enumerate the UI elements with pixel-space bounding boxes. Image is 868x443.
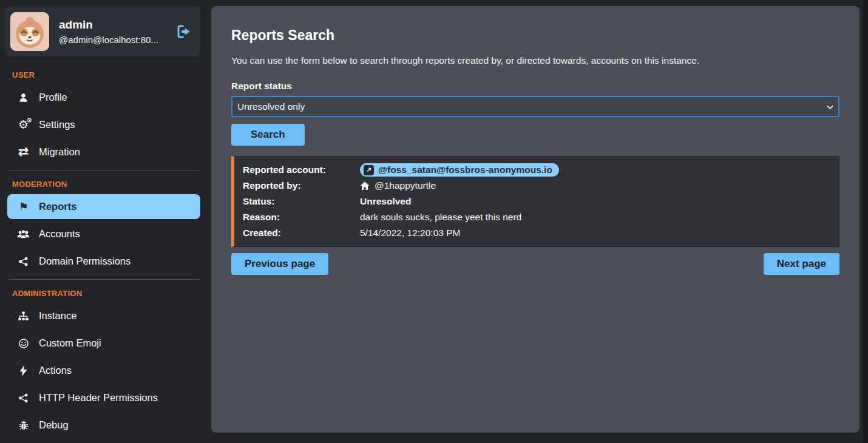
external-link-icon: ↗ — [364, 165, 374, 175]
sidebar-item-label: Profile — [39, 92, 67, 103]
migration-arrows-icon: ⇄ — [17, 146, 30, 158]
sidebar-item-label: Actions — [39, 365, 72, 376]
sidebar-item-label: Instance — [39, 310, 76, 322]
report-status-select[interactable]: Unresolved only — [231, 96, 839, 117]
section-header-moderation: MODERATION — [0, 171, 211, 193]
sidebar-item-settings[interactable]: ⚙ ⚙ Settings — [0, 111, 211, 138]
avatar — [10, 12, 49, 51]
search-button[interactable]: Search — [231, 124, 305, 146]
sidebar-item-domain-permissions[interactable]: Domain Permissions — [0, 248, 211, 275]
reports-search-panel: Reports Search You can use the form belo… — [211, 6, 860, 433]
report-status-select-wrap: Unresolved only — [231, 96, 839, 117]
reason-label: Reason: — [243, 212, 360, 223]
page: admin @admin@localhost:80... USER Profil… — [0, 0, 868, 443]
gears-icon: ⚙ ⚙ — [17, 119, 30, 130]
section-header-administration: ADMINISTRATION — [0, 280, 211, 302]
reported-by-value: @1happyturtle — [360, 179, 830, 192]
user-card[interactable]: admin @admin@localhost:80... — [5, 6, 200, 56]
sidebar-item-custom-emoji[interactable]: Custom Emoji — [0, 330, 211, 357]
home-icon — [360, 181, 370, 191]
flag-icon: ⚑ — [17, 201, 30, 212]
user-icon — [17, 92, 30, 103]
share-nodes-icon — [17, 393, 30, 404]
sidebar-item-label: Settings — [39, 119, 75, 130]
sitemap-icon — [17, 311, 30, 322]
logout-icon[interactable] — [176, 24, 192, 39]
reported-by-handle: @1happyturtle — [375, 180, 436, 191]
sidebar-item-label: Migration — [39, 146, 80, 158]
page-title: Reports Search — [231, 6, 839, 44]
reported-account-handle: @foss_satan@fossbros-anonymous.io — [378, 164, 552, 175]
status-value: Unresolved — [360, 195, 830, 208]
user-name: admin — [59, 18, 166, 32]
sidebar-item-label: Custom Emoji — [39, 337, 101, 349]
created-value: 5/14/2022, 12:20:03 PM — [360, 226, 830, 240]
sidebar-item-profile[interactable]: Profile — [0, 84, 211, 111]
scrollbar-track[interactable] — [863, 0, 868, 443]
user-meta: admin @admin@localhost:80... — [59, 18, 166, 45]
created-label: Created: — [243, 228, 360, 238]
sidebar-item-actions[interactable]: Actions — [0, 357, 211, 384]
sidebar-item-debug[interactable]: Debug — [0, 411, 211, 439]
smiley-icon — [17, 338, 30, 349]
sidebar-item-label: Reports — [39, 201, 76, 212]
reported-account-label: Reported account: — [243, 164, 360, 175]
sidebar-item-label: HTTP Header Permissions — [39, 392, 158, 404]
share-nodes-icon — [17, 256, 30, 267]
reported-account-link[interactable]: ↗ @foss_satan@fossbros-anonymous.io — [360, 163, 559, 177]
status-label: Status: — [243, 196, 360, 207]
sloth-avatar — [10, 12, 49, 51]
sidebar-item-label: Debug — [39, 419, 69, 431]
bug-icon — [17, 420, 30, 431]
section-header-user: USER — [0, 61, 211, 84]
content-wrap: Reports Search You can use the form belo… — [211, 0, 868, 443]
pagination: Previous page Next page — [231, 253, 839, 275]
page-description: You can use the form below to search thr… — [231, 55, 839, 66]
next-page-button[interactable]: Next page — [764, 253, 839, 275]
sidebar-item-label: Accounts — [39, 228, 80, 240]
sidebar-item-instance[interactable]: Instance — [0, 302, 211, 330]
users-icon — [17, 229, 30, 240]
user-handle: @admin@localhost:80... — [59, 35, 166, 45]
report-card[interactable]: Reported account: ↗ @foss_satan@fossbros… — [231, 156, 839, 247]
reason-value: dark souls sucks, please yeet this nerd — [360, 211, 830, 224]
reported-account-value: ↗ @foss_satan@fossbros-anonymous.io — [360, 163, 830, 177]
sidebar: admin @admin@localhost:80... USER Profil… — [0, 0, 211, 443]
sidebar-item-label: Domain Permissions — [39, 255, 131, 267]
bolt-icon — [17, 365, 30, 376]
sidebar-item-migration[interactable]: ⇄ Migration — [0, 138, 211, 166]
sidebar-item-reports[interactable]: ⚑ Reports — [7, 194, 200, 219]
sidebar-item-accounts[interactable]: Accounts — [0, 220, 211, 248]
report-status-label: Report status — [231, 81, 839, 92]
sidebar-item-http-header-permissions[interactable]: HTTP Header Permissions — [0, 384, 211, 411]
previous-page-button[interactable]: Previous page — [231, 253, 328, 275]
reported-by-label: Reported by: — [243, 180, 360, 191]
